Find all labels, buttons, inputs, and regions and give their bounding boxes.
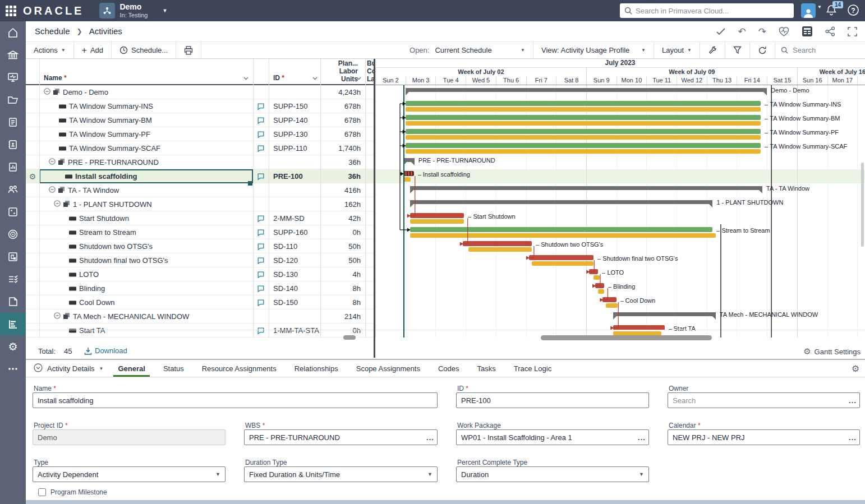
activity-name-cell[interactable]: TA Window Summary-SCAF [39,141,253,155]
wbs-lookup-button[interactable]: ... [423,429,438,445]
gantt-bar-critical[interactable] [410,213,464,218]
table-row[interactable]: 1 - PLANT SHUTDOWN162h [26,197,375,211]
gantt-bar-baseline[interactable] [606,303,618,308]
collapse-icon[interactable] [44,88,50,96]
download-button[interactable]: Download [84,346,127,355]
project-switcher[interactable]: Demo In: Testing ▼ [99,3,167,19]
timeline-day[interactable]: Tue 4 [435,76,466,85]
timeline-day[interactable]: Fri 14 [737,76,767,85]
labor-units-cell[interactable]: 678h [320,99,361,113]
column-units-menu-icon[interactable] [356,74,361,82]
activity-id-cell[interactable]: SUPP-150 [269,99,320,113]
help-button[interactable]: ? [847,4,859,19]
gantt-bar-critical[interactable] [463,241,532,246]
labor-units-cell[interactable]: 42h [320,211,361,225]
activity-name-cell[interactable]: Blinding [39,281,253,295]
table-row[interactable]: PRE - PRE-TURNAROUND36h [26,155,375,169]
timeline-day[interactable]: Sun 9 [586,76,616,85]
timeline-day[interactable]: Wed 5 [466,76,496,85]
notifications-button[interactable]: 14 [826,4,837,19]
selection-handle[interactable] [248,181,252,186]
gantt-bar-baseline[interactable] [410,233,716,238]
gantt-bar-baseline[interactable] [406,135,761,140]
table-row[interactable]: BlindingSD-1408h [26,281,375,295]
timeline-day[interactable]: Fri 7 [526,76,556,85]
details-settings-icon[interactable]: ⚙ [852,363,859,374]
labor-units-cell[interactable]: 4,243h [320,85,361,99]
gantt-bar-summary[interactable] [403,158,415,162]
tab-relationships[interactable]: Relationships [286,360,347,377]
type-select[interactable]: Activity Dependent▼ [33,466,226,482]
layout-menu[interactable]: Layout▼ [654,42,700,58]
table-row[interactable]: Start Shutdown2-MM-SD42h [26,211,375,225]
activity-name-cell[interactable]: TA Window Summary-PF [39,127,253,141]
table-row[interactable]: LOTOSD-1304h [26,267,375,281]
activity-name-cell[interactable]: 1 - PLANT SHUTDOWN [39,197,253,211]
comment-icon[interactable] [253,253,269,267]
labor-units-cell[interactable]: 678h [320,113,361,127]
global-search-input[interactable] [636,7,789,15]
activity-id-cell[interactable]: SUPP-160 [269,225,320,239]
gantt-bar-summary[interactable] [410,200,713,204]
labor-units-cell[interactable]: 8h [320,281,361,295]
timeline-day[interactable]: Sun 2 [375,76,406,85]
timeline-day[interactable]: Mon 3 [406,76,436,85]
owner-field[interactable] [668,392,860,408]
comment-icon[interactable] [253,141,269,155]
activity-id-cell[interactable]: PRE-100 [269,169,320,183]
sidebar-item-monitor-pulse[interactable] [0,66,26,89]
activity-name-cell[interactable]: PRE - PRE-TURNAROUND [39,155,253,169]
labor-units-cell[interactable]: 36h [320,169,361,183]
gantt-bar-baseline[interactable] [406,107,761,112]
grid-search[interactable] [775,42,865,58]
table-hscrollbar[interactable] [343,335,356,340]
comment-icon[interactable] [253,127,269,141]
redo-icon[interactable]: ↷ [758,27,766,36]
activity-name-cell[interactable]: TA Mech - MECHANICAL WINDOW [39,309,253,323]
labor-units-cell[interactable]: 1,740h [320,141,361,155]
comment-icon[interactable] [253,239,269,253]
add-button[interactable]: +Add [74,42,112,58]
share-icon[interactable] [825,26,835,36]
app-grid-icon[interactable] [6,6,16,16]
gantt-bar-baseline[interactable] [598,289,604,294]
tab-scope-assignments[interactable]: Scope Assignments [347,360,429,377]
gantt-bar-critical[interactable] [589,269,598,274]
activity-name-cell[interactable]: TA - TA Window [39,183,253,197]
schedule-button[interactable]: Schedule... [112,42,176,58]
labor-units-cell[interactable]: 678h [320,127,361,141]
program-milestone-checkbox[interactable] [38,488,46,496]
column-header-units[interactable]: Plan...LaborUnits [338,59,358,83]
timeline-day[interactable]: Thu 13 [707,76,737,85]
comment-icon[interactable] [253,211,269,225]
global-search[interactable] [620,3,794,18]
table-row[interactable]: Cool DownSD-1508h [26,295,375,309]
gantt-bar-baseline[interactable] [410,219,464,224]
gantt-vscrollbar[interactable] [861,163,864,247]
activity-name-cell[interactable]: Cool Down [39,295,253,309]
sidebar-item-people[interactable] [0,178,26,201]
sidebar-item-gantt[interactable] [0,313,26,335]
gantt-bar-plan[interactable] [406,101,761,106]
sidebar-item-bank[interactable] [0,44,26,66]
table-row[interactable]: Start TA1-MM-TA-STA0h [26,323,375,337]
gantt-bar-baseline[interactable] [532,261,593,266]
gantt-bar-plan[interactable] [406,115,761,120]
table-row[interactable]: Demo - Demo4,243h [26,85,375,99]
fullscreen-icon[interactable] [848,27,857,36]
activity-name-cell[interactable]: Install scaffolding [39,169,253,183]
timeline-day[interactable]: Sun 16 [797,76,827,85]
gantt-bar-plan[interactable] [410,227,713,232]
column-header-name[interactable]: Name * [44,74,67,82]
view-select[interactable]: View: Activity Usage Profile▼ [533,42,654,58]
labor-units-cell[interactable]: 0h [320,225,361,239]
column-header-id[interactable]: ID * [273,74,284,82]
table-row[interactable]: TA Window Summary-INSSUPP-150678h [26,99,375,113]
labor-units-cell[interactable]: 4h [320,267,361,281]
gantt-bar-plan[interactable] [406,129,761,134]
details-selector[interactable]: Activity Details ▼ [26,360,109,377]
actions-menu[interactable]: Actions▼ [26,42,74,58]
timeline-day[interactable]: Mon 17 [827,76,858,85]
chevron-down-icon[interactable]: ▼ [162,8,167,13]
timeline-day[interactable]: Thu 6 [496,76,526,85]
